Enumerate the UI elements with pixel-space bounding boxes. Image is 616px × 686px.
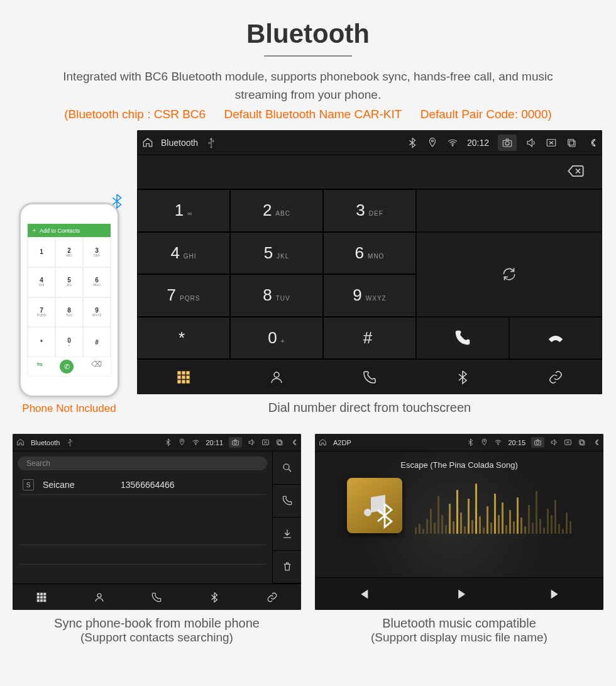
music-caption-2: (Support display music file name) [315, 631, 603, 645]
dial-grid: 1∞2ABC3DEF4GHI5JKL6MNO7PQRS8TUV9WXYZ*0+# [137, 189, 602, 359]
back-icon[interactable] [591, 438, 600, 446]
song-title: Escape (The Pina Colada Song) [400, 460, 517, 470]
dial-key-hash[interactable]: # [323, 317, 416, 360]
usb-icon [206, 137, 217, 148]
title-underline [264, 55, 352, 57]
recent-apps-icon[interactable] [275, 438, 283, 446]
volume-icon[interactable] [248, 438, 256, 446]
back-icon[interactable] [586, 137, 597, 148]
spec-pair: Default Pair Code: 0000) [421, 108, 552, 121]
music-caption-1: Bluetooth music compatible [315, 616, 603, 631]
wifi-icon [447, 137, 458, 148]
screenshot-button[interactable] [498, 135, 517, 151]
tab-pair[interactable] [509, 360, 602, 394]
location-icon [427, 137, 438, 148]
pb-status-bar: Bluetooth 20:11 [13, 434, 301, 451]
bluetooth-icon [164, 438, 172, 446]
dial-key-3[interactable]: 3DEF [323, 189, 416, 232]
back-icon[interactable] [289, 438, 297, 446]
status-bar: Bluetooth 20:12 [137, 130, 602, 155]
tab-bluetooth[interactable] [416, 360, 509, 394]
pb-caption-1: Sync phone-book from mobile phone [13, 616, 301, 631]
dial-key-9[interactable]: 9WXYZ [323, 274, 416, 317]
close-app-icon[interactable] [546, 137, 557, 148]
tab-contacts[interactable] [230, 360, 323, 394]
recent-apps-icon[interactable] [578, 438, 586, 446]
music-status-time: 20:15 [508, 439, 525, 446]
tab-dialpad[interactable] [137, 360, 230, 394]
pb-caption-2: (Support contacts searching) [13, 631, 301, 645]
tab-contacts[interactable] [70, 584, 128, 610]
phone-backspace-icon: ⌫ [91, 360, 102, 373]
recent-apps-icon[interactable] [566, 137, 577, 148]
dial-key-4[interactable]: 4GHI [137, 232, 230, 275]
dial-key-5[interactable]: 5JKL [230, 232, 323, 275]
page-title: Bluetooth [13, 19, 603, 49]
tab-call-log[interactable] [128, 584, 186, 610]
wifi-icon [192, 438, 200, 446]
pb-side-actions [272, 451, 301, 584]
bluetooth-waves-icon [109, 193, 125, 213]
music-controls [315, 577, 603, 610]
dial-key-1[interactable]: 1∞ [137, 189, 230, 232]
home-icon[interactable] [319, 438, 327, 446]
dial-key-2[interactable]: 2ABC [230, 189, 323, 232]
phone-recent-icon: ⇋ [36, 360, 43, 373]
pb-status-time: 20:11 [206, 439, 223, 446]
dial-key-7[interactable]: 7PQRS [137, 274, 230, 317]
redial-button[interactable] [416, 232, 602, 317]
tab-pair[interactable] [243, 584, 301, 610]
download-contacts-button[interactable] [273, 517, 301, 551]
page-subtitle: Integrated with BC6 Bluetooth module, su… [38, 68, 578, 104]
search-input[interactable]: Search [18, 456, 267, 470]
play-pause-button[interactable] [411, 578, 507, 610]
location-icon [178, 438, 186, 446]
delete-button[interactable] [273, 551, 301, 584]
screenshot-button[interactable] [229, 437, 242, 448]
dial-key-star[interactable]: * [137, 317, 230, 360]
usb-icon [66, 438, 74, 446]
pb-status-title: Bluetooth [31, 439, 60, 446]
phone-header: ＋Add to Contacts [28, 224, 111, 237]
screenshot-button[interactable] [531, 437, 544, 448]
pb-tab-bar [13, 584, 301, 610]
phone-call-button: ✆ [60, 360, 74, 373]
backspace-button[interactable] [567, 162, 585, 182]
close-app-icon[interactable] [261, 438, 270, 446]
search-button[interactable] [273, 451, 301, 485]
status-title: Bluetooth [161, 138, 198, 148]
music-status-title: A2DP [333, 439, 351, 446]
phonebook-unit: Bluetooth 20:11 [13, 434, 301, 610]
album-art [347, 478, 402, 533]
hangup-button[interactable] [509, 317, 602, 360]
call-button[interactable] [273, 485, 301, 518]
next-track-button[interactable] [507, 578, 603, 610]
home-icon[interactable] [16, 438, 25, 446]
tab-dialpad[interactable] [13, 584, 70, 610]
location-icon [480, 438, 488, 446]
volume-icon[interactable] [525, 137, 537, 148]
phone-mockup: ＋Add to Contacts 12ABC3DEF4GHI5JKL6MNO7P… [19, 202, 119, 397]
music-unit: A2DP 20:15 Escape (The [315, 434, 603, 610]
music-status-bar: A2DP 20:15 [315, 434, 603, 451]
spec-line: (Bluetooth chip : CSR BC6 Default Blueto… [13, 108, 603, 121]
spec-chip: (Bluetooth chip : CSR BC6 [64, 108, 206, 121]
wifi-icon [494, 438, 502, 446]
bluetooth-icon [466, 438, 475, 446]
prev-track-button[interactable] [315, 578, 411, 610]
volume-icon[interactable] [550, 438, 558, 446]
home-icon[interactable] [142, 137, 153, 148]
equalizer-visual [415, 477, 571, 534]
tab-bluetooth[interactable] [185, 584, 243, 610]
contact-row[interactable]: S Seicane 13566664466 [13, 475, 272, 494]
contact-badge: S [23, 479, 34, 490]
dial-key-8[interactable]: 8TUV [230, 274, 323, 317]
call-button[interactable] [416, 317, 509, 360]
close-app-icon[interactable] [564, 438, 572, 446]
tab-call-log[interactable] [323, 360, 416, 394]
dialer-tab-bar [137, 359, 602, 394]
dial-key-6[interactable]: 6MNO [323, 232, 416, 275]
dial-key-0[interactable]: 0+ [230, 317, 323, 360]
spec-name: Default Bluetooth Name CAR-KIT [224, 108, 402, 121]
dial-display [137, 155, 602, 189]
